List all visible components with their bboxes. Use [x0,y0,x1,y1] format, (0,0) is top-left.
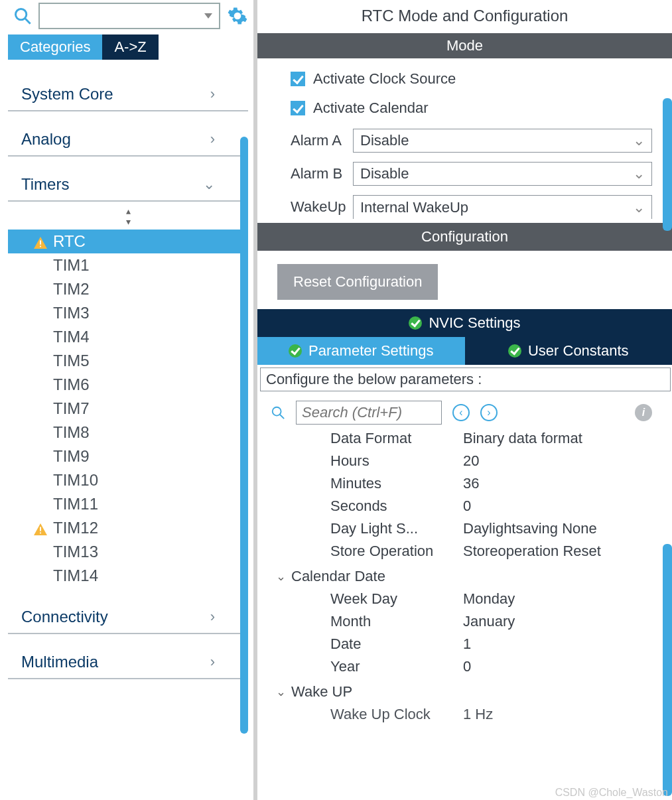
chevron-down-icon: ⌄ [633,132,645,149]
sidebar-item-multimedia[interactable]: Multimedia › [8,646,248,679]
warning-icon [33,306,48,320]
svg-rect-3 [40,246,41,247]
sidebar-item-analog[interactable]: Analog › [8,123,248,157]
param-value[interactable]: Monday [463,590,659,608]
info-icon[interactable]: i [635,404,652,421]
label-wakeup: WakeUp [291,198,353,216]
param-value[interactable]: 0 [463,498,659,515]
param-key: Minutes [330,475,463,492]
chevron-down-icon: ⌄ [633,165,645,182]
sidebar-item-label: RTC [53,232,86,251]
sidebar-item-system-core[interactable]: System Core › [8,78,248,111]
sidebar-item-tim7[interactable]: TIM7 [8,397,248,421]
sidebar-item-tim9[interactable]: TIM9 [8,444,248,468]
chevron-right-icon: › [210,86,215,103]
sidebar-item-tim14[interactable]: TIM14 [8,564,248,588]
tab-parameter-settings[interactable]: Parameter Settings [257,337,465,365]
tab-nvic-settings[interactable]: NVIC Settings [257,309,672,337]
param-value[interactable]: 36 [463,475,659,492]
param-value[interactable]: January [463,613,659,630]
warning-icon [33,426,48,439]
sidebar-item-tim6[interactable]: TIM6 [8,373,248,397]
select-value: Disable [360,165,409,182]
search-input[interactable] [296,401,442,425]
check-icon [289,344,302,358]
sidebar-item-tim1[interactable]: TIM1 [8,253,248,277]
param-value[interactable]: Binary data format [463,430,659,447]
param-value[interactable]: 1 [463,635,659,653]
sidebar-label: Multimedia [21,653,98,671]
param-value[interactable]: 20 [463,452,659,470]
tab-categories[interactable]: Categories [8,34,102,60]
param-value[interactable]: 1 Hz [463,706,659,723]
checkbox-activate-clock[interactable] [291,72,305,86]
next-match-button[interactable]: › [480,404,498,421]
sidebar-item-connectivity[interactable]: Connectivity › [8,601,248,634]
reset-configuration-button[interactable]: Reset Configuration [277,264,438,300]
chevron-down-icon: ⌄ [633,199,645,216]
param-key: Wake Up Clock [330,706,463,723]
param-key: Month [330,613,463,630]
sidebar-item-tim4[interactable]: TIM4 [8,325,248,349]
svg-rect-2 [40,240,41,244]
chevron-down-icon: ⌄ [276,685,286,699]
warning-icon [33,354,48,367]
sidebar-item-tim5[interactable]: TIM5 [8,349,248,373]
param-value[interactable]: 0 [463,658,659,675]
sidebar-item-tim13[interactable]: TIM13 [8,540,248,564]
mode-header: Mode [257,33,672,58]
sidebar-item-label: TIM2 [53,280,90,299]
param-key: Seconds [330,498,463,515]
check-icon [508,344,521,358]
select-alarm-b[interactable]: Disable ⌄ [353,162,652,186]
sidebar-item-label: TIM11 [53,495,98,513]
user-tab-label: User Constants [528,342,629,360]
param-key: Year [330,658,463,675]
sidebar-item-label: TIM6 [53,375,90,394]
tab-user-constants[interactable]: User Constants [465,337,673,365]
sidebar-item-timers[interactable]: Timers ⌄ [8,168,248,202]
select-alarm-a[interactable]: Disable ⌄ [353,129,652,153]
chevron-down-icon: ⌄ [276,569,286,584]
param-tab-label: Parameter Settings [308,342,433,360]
sidebar-item-tim3[interactable]: TIM3 [8,301,248,325]
group-calendar-date[interactable]: ⌄Calendar Date [257,563,672,588]
select-wakeup[interactable]: Internal WakeUp ⌄ [353,195,652,219]
sidebar-label: Timers [21,175,69,194]
search-icon[interactable] [13,7,32,25]
scrollbar[interactable] [240,137,248,679]
category-select[interactable] [38,3,220,29]
checkbox-activate-calendar[interactable] [291,101,305,115]
sort-arrows-icon[interactable]: ▴▾ [8,202,248,230]
chevron-right-icon: › [210,608,215,626]
prev-match-button[interactable]: ‹ [452,404,470,421]
sidebar-item-tim10[interactable]: TIM10 [8,468,248,492]
param-value[interactable]: Daylightsaving None [463,520,659,537]
scrollbar[interactable] [663,544,672,796]
sidebar-item-label: TIM13 [53,543,98,561]
sidebar-item-label: TIM10 [53,471,98,490]
param-key: Store Operation [330,543,463,560]
sidebar-label: Analog [21,130,71,149]
warning-icon [33,545,48,559]
sidebar-item-rtc[interactable]: RTC [8,230,248,253]
gear-icon[interactable] [227,5,248,27]
page-title: RTC Mode and Configuration [257,0,672,33]
scrollbar[interactable] [663,98,672,231]
sidebar-item-tim11[interactable]: TIM11 [8,492,248,516]
sidebar-item-label: TIM4 [53,328,90,346]
tab-a-to-z[interactable]: A->Z [102,34,158,60]
sidebar-item-tim2[interactable]: TIM2 [8,277,248,301]
param-value[interactable]: Storeoperation Reset [463,543,659,560]
warning-icon [33,498,48,511]
sidebar-item-tim8[interactable]: TIM8 [8,421,248,444]
label-alarm-b: Alarm B [291,165,353,182]
group-wake-up[interactable]: ⌄Wake UP [257,678,672,703]
search-icon[interactable] [271,405,285,420]
param-key: Data Format [330,430,463,447]
sidebar-item-tim12[interactable]: TIM12 [8,516,248,540]
warning-icon [33,283,48,296]
svg-line-1 [25,19,31,24]
configure-instruction: Configure the below parameters : [260,367,671,391]
warning-icon [33,235,48,248]
